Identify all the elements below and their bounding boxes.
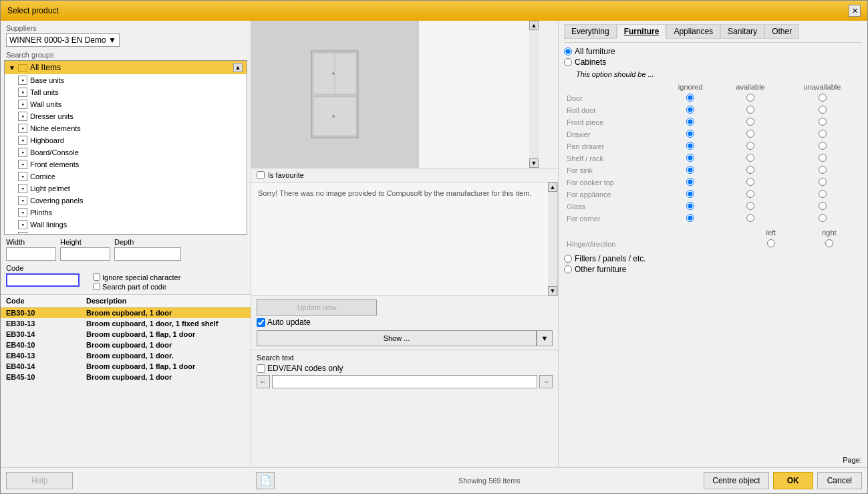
tree-item[interactable]: ▪Wall units <box>5 98 247 110</box>
show-button[interactable]: Show ... <box>257 330 537 346</box>
tab-appliances[interactable]: Appliances <box>666 24 720 39</box>
tree-item-icon: ▪ <box>18 148 27 157</box>
tab-other[interactable]: Other <box>764 24 799 39</box>
middle-panel: ▲ ▼ Is favourite Sorry! There was no ima… <box>251 21 559 467</box>
preview-side-scrollbar[interactable]: ▲ ▼ <box>529 21 539 168</box>
tree-item[interactable]: ▪Base units <box>5 74 247 86</box>
help-button[interactable]: Help <box>6 472 73 489</box>
option-ignored-radio[interactable] <box>686 118 694 126</box>
cancel-button[interactable]: Cancel <box>817 472 862 489</box>
option-unavailable-radio[interactable] <box>819 166 827 174</box>
option-unavailable-radio[interactable] <box>819 118 827 126</box>
cabinets-radio[interactable] <box>564 58 572 66</box>
search-forward-button[interactable]: → <box>539 375 553 388</box>
fillers-radio[interactable] <box>564 255 572 263</box>
tree-item[interactable]: ▪Covering panels <box>5 195 247 207</box>
search-text-input[interactable] <box>272 375 537 388</box>
hinge-right-radio[interactable] <box>825 239 833 247</box>
edv-checkbox[interactable] <box>257 364 265 373</box>
option-ignored-radio[interactable] <box>686 202 694 210</box>
tree-item[interactable]: ▪Wall linings <box>5 219 247 231</box>
tab-furniture[interactable]: Furniture <box>617 24 667 39</box>
hinge-left-radio[interactable] <box>767 239 775 247</box>
document-button[interactable]: 📄 <box>256 472 275 489</box>
option-unavailable-radio[interactable] <box>819 94 827 102</box>
other-furniture-radio[interactable] <box>564 265 572 273</box>
tab-sanitary[interactable]: Sanitary <box>720 24 764 39</box>
bottom-scroll-up[interactable]: ▲ <box>548 182 557 192</box>
option-available-radio[interactable] <box>746 190 754 198</box>
option-available-radio[interactable] <box>746 202 754 210</box>
preview-bottom-scrollbar[interactable]: ▲ ▼ <box>548 182 557 295</box>
depth-input[interactable] <box>114 247 181 261</box>
option-ignored-radio[interactable] <box>686 214 694 222</box>
tree-item[interactable]: ▪Board/Console <box>5 146 247 158</box>
option-ignored-radio[interactable] <box>686 166 694 174</box>
supplier-dropdown[interactable]: WINNER 0000-3 EN Demo ▼ <box>6 33 120 47</box>
ignore-special-checkbox[interactable] <box>93 273 100 281</box>
tree-collapse-icon[interactable]: ▼ <box>9 64 15 72</box>
bottom-scroll-down[interactable]: ▼ <box>548 286 557 295</box>
tab-everything[interactable]: Everything <box>564 24 617 39</box>
option-available-radio[interactable] <box>746 154 754 162</box>
option-ignored-radio[interactable] <box>686 190 694 198</box>
option-unavailable-radio[interactable] <box>819 106 827 114</box>
option-ignored-radio[interactable] <box>686 130 694 138</box>
ok-button[interactable]: OK <box>773 472 813 489</box>
tree-item[interactable]: ▪Front elements <box>5 158 247 170</box>
option-available-radio[interactable] <box>746 106 754 114</box>
tree-item[interactable]: ▪Tall units <box>5 86 247 98</box>
table-row[interactable]: EB40-14Broom cupboard, 1 flap, 1 door <box>1 361 251 372</box>
option-available-radio[interactable] <box>746 130 754 138</box>
scroll-up-btn[interactable]: ▲ <box>233 63 243 72</box>
option-unavailable-radio[interactable] <box>819 154 827 162</box>
option-ignored-radio[interactable] <box>686 142 694 150</box>
all-furniture-radio[interactable] <box>564 47 572 55</box>
dimensions-section: Width Height Depth <box>1 235 251 264</box>
tree-item-label: Niche elements <box>30 124 81 132</box>
option-available-radio[interactable] <box>746 118 754 126</box>
option-unavailable-radio[interactable] <box>819 202 827 210</box>
option-unavailable-radio[interactable] <box>819 190 827 198</box>
table-row[interactable]: EB30-13Broom cupboard, 1 door, 1 fixed s… <box>1 318 251 329</box>
table-row[interactable]: EB40-13Broom cupboard, 1 door. <box>1 350 251 361</box>
option-available-radio[interactable] <box>746 166 754 174</box>
close-button[interactable]: ✕ <box>849 5 861 17</box>
option-available-radio[interactable] <box>746 178 754 186</box>
code-input[interactable] <box>6 273 80 287</box>
option-ignored-radio[interactable] <box>686 106 694 114</box>
option-available-radio[interactable] <box>746 142 754 150</box>
option-unavailable-radio[interactable] <box>819 142 827 150</box>
height-input[interactable] <box>60 247 110 261</box>
tree-item[interactable]: ▪Dresser units <box>5 110 247 122</box>
tree-item[interactable]: ▪Niche elements <box>5 122 247 134</box>
option-ignored-radio[interactable] <box>686 178 694 186</box>
option-ignored-radio[interactable] <box>686 94 694 102</box>
table-row[interactable]: EB45-10Broom cupboard, 1 door <box>1 372 251 382</box>
width-input[interactable] <box>6 247 56 261</box>
show-dropdown-button[interactable]: ▼ <box>537 330 553 346</box>
tree-item[interactable]: ▪Cornice <box>5 170 247 182</box>
search-part-checkbox[interactable] <box>93 283 100 290</box>
table-row[interactable]: EB40-10Broom cupboard, 1 door <box>1 340 251 350</box>
auto-update-checkbox[interactable] <box>257 318 265 327</box>
option-unavailable-radio[interactable] <box>819 130 827 138</box>
option-unavailable-radio[interactable] <box>819 214 827 222</box>
option-ignored-radio[interactable] <box>686 154 694 162</box>
tree-item[interactable]: ▪Light pelmet <box>5 182 247 195</box>
centre-button[interactable]: Centre object <box>704 472 768 489</box>
favourite-checkbox[interactable] <box>257 171 265 179</box>
search-back-button[interactable]: ← <box>257 375 270 388</box>
side-scroll-up[interactable]: ▲ <box>529 21 539 30</box>
option-available-radio[interactable] <box>746 94 754 102</box>
side-scroll-down[interactable]: ▼ <box>529 158 539 168</box>
option-available-radio[interactable] <box>746 214 754 222</box>
results-body[interactable]: EB30-10Broom cupboard, 1 doorEB30-13Broo… <box>1 307 251 468</box>
table-row[interactable]: EB30-14Broom cupboard, 1 flap, 1 door <box>1 329 251 340</box>
option-unavailable-radio[interactable] <box>819 178 827 186</box>
tree-item[interactable]: ▪Plinths <box>5 207 247 219</box>
update-now-button[interactable]: Update now <box>257 299 377 316</box>
tree-item[interactable]: ▪Highboard <box>5 134 247 146</box>
tree-container[interactable]: ▼ All Items ▲ ▪Base units▪Tall units▪Wal… <box>4 60 247 235</box>
table-row[interactable]: EB30-10Broom cupboard, 1 door <box>1 307 251 318</box>
